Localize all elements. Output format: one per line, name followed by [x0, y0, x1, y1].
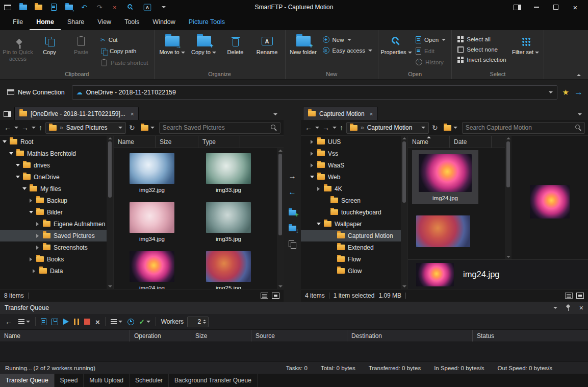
tree-item[interactable]: Screenshots [0, 241, 107, 253]
minimize-button[interactable] [528, 1, 545, 14]
tab-tools[interactable]: Tools [118, 14, 146, 30]
local-browser-tab[interactable]: [OneDrive - 2018-11-21T022159]... × [14, 107, 139, 120]
verify-button[interactable]: ✓ [139, 318, 150, 326]
tree-item[interactable]: Glow [301, 265, 401, 277]
connection-combobox[interactable]: ☁ OneDrive - 2018-11-21T022159 [72, 85, 557, 100]
app-icon[interactable] [4, 3, 12, 12]
file-item[interactable]: img24.jpg [130, 251, 174, 289]
tab-file[interactable]: File [6, 14, 30, 30]
add-favorite-icon[interactable]: ★ [563, 88, 569, 97]
customize-toolbar-chevron-icon[interactable] [160, 3, 167, 12]
queue-column-source[interactable]: Source [251, 330, 347, 342]
connect-go-icon[interactable]: → [574, 87, 583, 98]
new-remote-browser-icon[interactable] [19, 3, 27, 12]
queue-column-size[interactable]: Size [191, 330, 251, 342]
tree-item[interactable]: Backup [0, 195, 107, 206]
view-options-button[interactable] [111, 319, 122, 324]
pin-to-quick-access-button[interactable]: Pin to Quick access [2, 31, 34, 68]
file-item[interactable] [416, 215, 470, 247]
file-list-scrollbar[interactable] [277, 148, 284, 289]
rename-button[interactable]: A Rename [251, 31, 283, 68]
tab-multi-upload[interactable]: Multi Upload [84, 374, 130, 387]
spinner-down-icon[interactable] [203, 322, 206, 324]
queue-item-list[interactable] [0, 342, 588, 361]
copy-to-button[interactable]: + Copy to [188, 31, 220, 68]
tree-item[interactable]: My files [0, 183, 107, 195]
file-item[interactable]: img32.jpg [130, 153, 174, 193]
workers-spinner[interactable] [187, 317, 209, 327]
move-to-button[interactable]: → Move to [157, 31, 188, 68]
tree-item[interactable]: touchkeyboard [301, 206, 401, 218]
abort-icon[interactable]: × [111, 3, 118, 12]
filter-set-button[interactable]: Filter set [510, 31, 542, 68]
tree-item[interactable]: Extended [301, 241, 401, 253]
tree-item[interactable]: OneDrive [0, 171, 107, 183]
delete-button[interactable]: Delete [220, 31, 251, 68]
tree-item[interactable]: Eigene Aufnahmen [0, 218, 107, 230]
compare-folders-icon[interactable] [286, 238, 298, 250]
new-document-icon[interactable] [50, 3, 58, 12]
tab-list-chevron-icon[interactable] [578, 110, 586, 120]
invert-selection-button[interactable]: Invert selection [456, 56, 507, 64]
stop-queue-icon[interactable] [84, 319, 90, 325]
folder-picker-button[interactable] [138, 122, 157, 134]
tree-item[interactable]: WaaS [301, 159, 401, 171]
forward-history-chevron-icon[interactable] [32, 127, 36, 129]
column-name[interactable]: Name [408, 136, 450, 148]
queue-column-operation[interactable]: Operation [130, 330, 191, 342]
sync-folder-download-icon[interactable]: ↓ [286, 223, 298, 234]
address-dropdown-icon[interactable] [421, 127, 425, 129]
start-queue-icon[interactable] [63, 319, 69, 325]
new-connection-button[interactable]: New Connection [5, 87, 67, 98]
connection-dropdown-icon[interactable] [549, 91, 553, 93]
tree-scrollbar[interactable] [401, 136, 407, 289]
tree-item-selected[interactable]: Saved Pictures [0, 230, 107, 241]
panel-menu-chevron-icon[interactable] [553, 307, 557, 309]
sync-folder-add-icon[interactable]: + [286, 207, 298, 218]
back-history-chevron-icon[interactable] [315, 127, 319, 129]
tree-item[interactable]: Bilder [0, 206, 107, 218]
copy-button[interactable]: Copy [34, 31, 65, 68]
pin-panel-icon[interactable] [566, 304, 571, 311]
easy-access-button[interactable]: ≡ Easy access [321, 46, 374, 55]
tree-item[interactable]: Books [0, 253, 107, 265]
tree-item[interactable]: drives [0, 159, 107, 171]
tab-picture-tools[interactable]: Picture Tools [182, 14, 232, 30]
queue-column-status[interactable]: Status [473, 330, 588, 342]
paste-shortcut-button[interactable]: Paste shortcut [99, 57, 150, 68]
tree-item[interactable]: Vss [301, 148, 401, 159]
redo-icon[interactable]: ↷ [95, 3, 103, 12]
undo-icon[interactable]: ↶ [81, 3, 88, 12]
queue-column-destination[interactable]: Destination [347, 330, 473, 342]
tree-item[interactable]: Web [301, 171, 401, 183]
tab-speed[interactable]: Speed [55, 374, 84, 387]
tab-transfer-queue[interactable]: Transfer Queue [0, 374, 55, 387]
tree-item[interactable]: Flow [301, 253, 401, 265]
up-icon[interactable]: ↑ [38, 124, 43, 132]
close-button[interactable]: × [567, 1, 584, 14]
tree-item[interactable]: UUS [301, 136, 401, 148]
column-type[interactable]: Type [198, 136, 240, 148]
new-folder-button[interactable]: + New folder [288, 31, 319, 68]
file-item[interactable]: img25.jpg [206, 251, 251, 289]
forward-history-chevron-icon[interactable] [333, 127, 337, 129]
tree-scrollbar[interactable] [107, 136, 113, 289]
collapse-ribbon-chevron-icon[interactable] [577, 74, 581, 76]
maximize-button[interactable] [547, 1, 565, 14]
tab-view[interactable]: View [91, 14, 118, 30]
copy-path-button[interactable]: Copy path [99, 46, 150, 55]
column-size[interactable]: Size [156, 136, 198, 148]
close-tab-icon[interactable]: × [368, 111, 373, 117]
file-item[interactable]: img35.jpg [206, 202, 251, 242]
local-search-input[interactable] [163, 124, 268, 131]
folder-picker-button[interactable] [441, 122, 460, 134]
column-name[interactable]: Name [114, 136, 156, 148]
file-list-scrollbar[interactable] [505, 136, 512, 259]
rename-icon[interactable]: A [143, 3, 152, 12]
forward-icon[interactable]: → [20, 124, 30, 132]
pane-menu-icon[interactable] [2, 108, 12, 120]
queue-column-name[interactable]: Name [0, 330, 130, 342]
cut-button[interactable]: ✂ Cut [99, 35, 150, 44]
tree-item[interactable]: Mathias Berchtold [0, 148, 107, 159]
local-address-bar[interactable]: » Saved Pictures [45, 122, 126, 134]
